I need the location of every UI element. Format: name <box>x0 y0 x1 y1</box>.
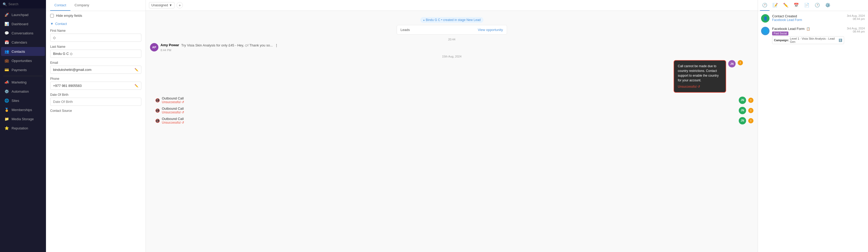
contact-panel: Contact Company Hide empty fields ▼ Cont… <box>46 0 146 252</box>
main-content: Contact Company Hide empty fields ▼ Cont… <box>46 0 868 252</box>
assignee-select[interactable]: Unassigned ▼ <box>149 2 175 8</box>
call-unsuccessful-link[interactable]: Unsuccessful ↺ <box>162 111 737 114</box>
last-name-label: Last Name <box>50 45 141 49</box>
sidebar-item-dashboard[interactable]: 📊 Dashboard <box>1 20 45 28</box>
search-icon: 🔍 <box>3 2 7 6</box>
call-row-3: 📵 Outbound Call Unsuccessful ↺ JN ! <box>150 117 753 124</box>
unsuccessful-retry-link[interactable]: Unsuccessful ↺ <box>678 84 722 89</box>
call-unsuccessful-link[interactable]: Unsuccessful ↺ <box>162 121 737 124</box>
dob-input-wrapper[interactable] <box>50 98 141 106</box>
dob-input[interactable] <box>53 100 138 104</box>
contact-tabs: Contact Company <box>46 0 146 11</box>
activity-tabs: 🕐 📝 ✏️ 📅 📄 🕑 ⚙️ <box>758 0 868 11</box>
sidebar-item-label: Calendars <box>11 40 27 44</box>
campaign-label: Campaign: <box>774 39 789 42</box>
chevron-down-icon: ▼ <box>50 22 54 26</box>
sidebar-item-launchpad[interactable]: 🚀 Launchpad <box>1 10 45 19</box>
stage-icon: ⬧ <box>423 18 425 22</box>
warning-icon: ! <box>748 118 753 123</box>
activity-subtitle[interactable]: Facebook Lead Form <box>772 18 844 22</box>
dashboard-icon: 📊 <box>4 22 9 26</box>
email-input-wrapper[interactable]: bindukshettri@gmail.com ✏️ <box>50 66 141 74</box>
message-timestamp-1: 20:44 <box>150 38 753 41</box>
tab-calendar[interactable]: 📅 <box>792 0 801 11</box>
sidebar-item-label: Launchpad <box>11 13 28 17</box>
more-options-icon[interactable]: ⋮ <box>275 43 278 47</box>
tooltip-area: Call cannot be made due to country restr… <box>150 60 753 93</box>
search-bar[interactable]: 🔍 ⌘K ⚡ <box>0 0 46 8</box>
chevron-down-icon: ▼ <box>169 3 172 7</box>
sidebar-item-conversations[interactable]: 💬 Conversations <box>1 29 45 37</box>
call-info: Outbound Call Unsuccessful ↺ <box>162 96 737 104</box>
edit-phone-icon[interactable]: ✏️ <box>134 84 138 88</box>
activity-title: Facebook Lead Form <box>772 27 805 31</box>
add-button[interactable]: + <box>177 2 183 8</box>
phone-input-wrapper[interactable]: +977 981 8905583 ✏️ <box>50 82 141 90</box>
marketing-icon: 📣 <box>4 80 9 84</box>
call-restriction-tooltip: Call cannot be made due to country restr… <box>674 60 726 93</box>
retry-icon: ↺ <box>182 121 184 124</box>
call-unsuccessful-link[interactable]: Unsuccessful ↺ <box>162 100 737 104</box>
sidebar-item-sites[interactable]: 🌐 Sites <box>1 96 45 105</box>
paid-social-badge: Paid Social <box>772 32 788 35</box>
automation-icon: ⚙️ <box>4 89 9 93</box>
sidebar-item-contacts[interactable]: 👥 Contacts <box>1 47 45 56</box>
tab-contact[interactable]: Contact <box>50 0 70 11</box>
tab-activity[interactable]: 🕐 <box>760 0 770 11</box>
last-name-input[interactable] <box>53 52 138 56</box>
activity-item-facebook-lead: 🌐 Facebook Lead Form 📋 Paid Social Campa… <box>761 27 865 44</box>
retry-icon: ↺ <box>698 84 700 89</box>
warning-icon: ! <box>748 108 753 113</box>
last-name-input-wrapper[interactable] <box>50 50 141 58</box>
edit-email-icon[interactable]: ✏️ <box>134 68 138 72</box>
tooltip-text: Call cannot be made due to country restr… <box>678 64 718 82</box>
retry-icon: ↺ <box>182 100 184 104</box>
phone-value: +977 981 8905583 <box>53 84 82 88</box>
view-opportunity-button[interactable]: View opportunity <box>478 28 503 32</box>
sidebar-item-label: Automation <box>11 90 29 93</box>
email-label: Email <box>50 61 141 65</box>
sidebar-divider <box>3 76 43 76</box>
sidebar-item-media-storage[interactable]: 📁 Media Storage <box>1 115 45 123</box>
tab-company[interactable]: Company <box>70 0 94 11</box>
sidebar-item-opportunities[interactable]: 💼 Opportunities <box>1 56 45 65</box>
tab-notes[interactable]: 📝 <box>771 0 780 11</box>
conversation-panel: Unassigned ▼ + ⬧ Bindu G C • created in … <box>146 0 758 252</box>
message-row: AP Amy Powar Try Visia Skin Analysis for… <box>150 43 753 52</box>
sidebar-item-label: Dashboard <box>11 22 28 26</box>
unsuccessful-label: Unsuccessful <box>678 84 696 89</box>
first-name-group: First Name <box>46 27 146 43</box>
calendars-icon: 📅 <box>4 40 9 44</box>
stage-text: Bindu G C • created in stage New Lead <box>426 18 481 22</box>
tab-docs[interactable]: 📄 <box>802 0 811 11</box>
first-name-input-wrapper[interactable] <box>50 34 141 42</box>
sidebar-item-label: Payments <box>11 68 27 72</box>
tab-edit[interactable]: ✏️ <box>781 0 790 11</box>
retry-icon: ↺ <box>182 111 184 114</box>
copy-icon[interactable]: 📋 <box>806 27 810 31</box>
conversations-icon: 💬 <box>4 31 9 35</box>
activity-content: Facebook Lead Form 📋 Paid Social Campaig… <box>772 27 844 44</box>
sidebar-item-payments[interactable]: 💳 Payments <box>1 65 45 74</box>
first-name-input[interactable] <box>53 36 138 40</box>
activity-list: 👤 Contact Created Facebook Lead Form 3rd… <box>758 11 868 252</box>
warning-icon: ! <box>748 98 753 103</box>
sidebar-item-memberships[interactable]: 🏅 Memberships <box>1 105 45 114</box>
search-input[interactable] <box>8 2 46 6</box>
media-storage-icon: 📁 <box>4 117 9 121</box>
sidebar-item-label: Opportunities <box>11 59 32 63</box>
phone-icon: 📵 <box>155 98 160 102</box>
hide-empty-checkbox[interactable] <box>50 14 54 18</box>
activity-title: Contact Created <box>772 14 844 18</box>
sidebar-item-automation[interactable]: ⚙️ Automation <box>1 87 45 96</box>
hide-empty-fields[interactable]: Hide empty fields <box>46 11 146 20</box>
phone-group: Phone +977 981 8905583 ✏️ <box>46 75 146 91</box>
sidebar-item-reputation[interactable]: ⭐ Reputation <box>1 124 45 132</box>
tab-settings[interactable]: ⚙️ <box>823 0 833 11</box>
sidebar-item-calendars[interactable]: 📅 Calendars <box>1 38 45 47</box>
contact-source-label: Contact Source <box>50 109 141 113</box>
leads-opportunity-bar: Leads View opportunity <box>397 25 507 35</box>
tab-history[interactable]: 🕑 <box>812 0 822 11</box>
contact-section-header[interactable]: ▼ Contact <box>46 20 146 27</box>
sidebar-item-marketing[interactable]: 📣 Marketing <box>1 78 45 87</box>
